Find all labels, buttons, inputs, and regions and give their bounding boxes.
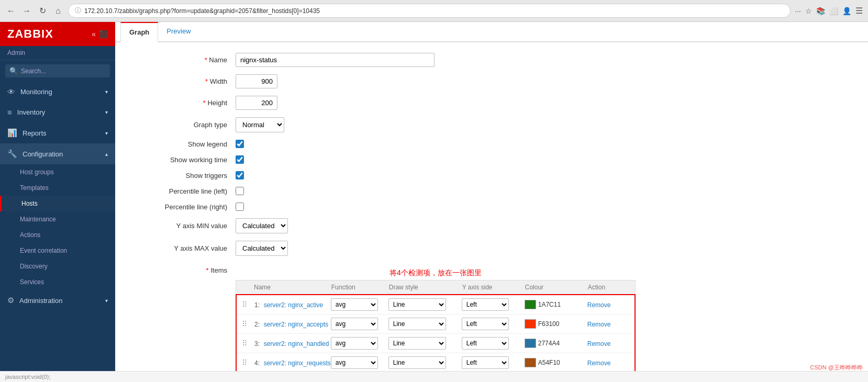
draw-style-select[interactable]: LineFilled region <box>388 318 446 330</box>
sidebar-item-host-groups[interactable]: Host groups <box>0 164 115 180</box>
more-button[interactable]: ··· <box>795 7 801 15</box>
colour-cell: 2774A4 <box>525 339 587 348</box>
height-row: Height <box>131 96 852 110</box>
items-table: ⠿ 1: server2: nginx_active avgminmax <box>236 294 636 371</box>
y-axis-max-row: Y axis MAX value Calculated Fixed Item <box>131 241 852 256</box>
collapse-icon[interactable]: « <box>92 30 96 38</box>
draw-style-select[interactable]: LineFilled region <box>388 298 446 311</box>
sidebar-item-discovery[interactable]: Discovery <box>0 259 115 274</box>
sidebar-item-inventory[interactable]: ≡ Inventory ▾ <box>0 102 115 122</box>
yaxis-col-header: Y axis side <box>462 284 525 291</box>
show-triggers-checkbox[interactable] <box>236 171 244 179</box>
back-button[interactable]: ← <box>5 5 17 17</box>
tab-preview[interactable]: Preview <box>158 22 199 41</box>
action-col-header: Action <box>588 284 630 291</box>
item-link[interactable]: server2: nginx_accepts <box>264 321 328 328</box>
yaxis-select[interactable]: LeftRight <box>462 337 509 350</box>
item-link[interactable]: server2: nginx_handled <box>264 340 329 347</box>
menu-icon[interactable]: ☰ <box>855 6 863 16</box>
sidebar-item-hosts[interactable]: Hosts <box>0 196 115 211</box>
drag-handle[interactable]: ⠿ <box>242 358 254 367</box>
items-label: Items <box>131 263 236 274</box>
status-text: javascript:void(0); <box>5 374 50 380</box>
show-working-time-row: Show working time <box>131 155 852 164</box>
yaxis-cell: LeftRight <box>462 337 525 350</box>
sidebar-item-configuration[interactable]: 🔧 Configuration ▴ <box>0 143 115 164</box>
draw-style-select[interactable]: LineFilled region <box>388 337 446 350</box>
yaxis-cell: LeftRight <box>462 298 525 311</box>
sidebar-item-reports[interactable]: 📊 Reports ▾ <box>0 122 115 143</box>
show-legend-checkbox[interactable] <box>236 140 244 148</box>
search-container[interactable]: 🔍 Search... <box>5 64 110 77</box>
name-input[interactable] <box>236 53 435 67</box>
y-axis-max-select[interactable]: Calculated Fixed Item <box>236 241 288 256</box>
function-select[interactable]: avgminmax <box>331 337 378 350</box>
sidebar-item-services[interactable]: Services <box>0 274 115 290</box>
drag-handle[interactable]: ⠿ <box>242 339 254 347</box>
remove-button[interactable]: Remove <box>587 359 611 367</box>
colour-value[interactable]: F63100 <box>538 320 560 328</box>
colour-value[interactable]: A54F10 <box>538 359 560 366</box>
administration-icon: ⚙ <box>7 296 14 305</box>
action-cell: Remove <box>587 340 629 347</box>
item-number: 2: <box>254 321 260 328</box>
sidebar-item-monitoring[interactable]: 👁 Monitoring ▾ <box>0 82 115 102</box>
colour-cell: 1A7C11 <box>525 300 587 309</box>
sidebar-item-label: Administration <box>19 297 62 305</box>
name-col-header: Name <box>254 284 331 291</box>
item-link[interactable]: server2: nginx_requests <box>264 359 331 367</box>
remove-button[interactable]: Remove <box>587 321 611 328</box>
draw-style-select[interactable]: LineFilled region <box>388 356 446 369</box>
function-cell: avgminmax <box>331 356 388 369</box>
forward-button[interactable]: → <box>21 5 32 17</box>
chevron-up-icon: ▴ <box>105 151 108 157</box>
sidebar-item-administration[interactable]: ⚙ Administration ▾ <box>0 290 115 311</box>
function-select[interactable]: avgminmax <box>331 298 378 311</box>
sidebar-item-templates[interactable]: Templates <box>0 180 115 196</box>
home-button[interactable]: ⌂ <box>52 5 64 17</box>
show-legend-row: Show legend <box>131 140 852 148</box>
graph-type-select[interactable]: Normal Stacked Pie Exploded <box>236 117 284 132</box>
drag-handle[interactable]: ⠿ <box>242 320 254 328</box>
show-working-time-label: Show working time <box>131 156 236 164</box>
colour-value[interactable]: 1A7C11 <box>538 301 561 308</box>
action-cell: Remove <box>587 320 629 328</box>
drag-handle[interactable]: ⠿ <box>242 300 254 309</box>
tab-graph[interactable]: Graph <box>120 22 158 42</box>
show-working-time-checkbox[interactable] <box>236 155 244 164</box>
function-select[interactable]: avgminmax <box>331 356 378 369</box>
item-name-cell: 1: server2: nginx_active <box>254 301 331 309</box>
colour-swatch[interactable] <box>525 300 536 309</box>
yaxis-select[interactable]: LeftRight <box>462 356 509 369</box>
remove-button[interactable]: Remove <box>587 340 611 347</box>
width-input[interactable] <box>236 74 277 88</box>
remove-button[interactable]: Remove <box>587 301 611 309</box>
colour-swatch[interactable] <box>525 358 536 367</box>
sidebar-item-event-correlation[interactable]: Event correlation <box>0 243 115 259</box>
bookmark-icon[interactable]: ☆ <box>805 7 812 15</box>
sidebar: ZABBIX « ⬛ Admin 🔍 Search... 👁 Monitorin… <box>0 22 115 371</box>
colour-swatch[interactable] <box>525 319 536 329</box>
reload-button[interactable]: ↻ <box>37 5 48 17</box>
sidebar-item-actions[interactable]: Actions <box>0 227 115 243</box>
item-link[interactable]: server2: nginx_active <box>264 301 323 309</box>
address-bar[interactable]: ⓘ 172.20.10.7/zabbix/graphs.php?form=upd… <box>68 4 791 18</box>
item-number: 3: <box>254 340 260 347</box>
expand-icon[interactable]: ⬛ <box>99 30 108 38</box>
yaxis-select[interactable]: LeftRight <box>462 298 509 311</box>
chevron-down-icon: ▾ <box>105 89 108 95</box>
function-select[interactable]: avgminmax <box>331 318 378 330</box>
table-row: ⠿ 2: server2: nginx_accepts avgminmax <box>237 314 635 334</box>
sidebar-item-maintenance[interactable]: Maintenance <box>0 211 115 227</box>
percentile-right-checkbox[interactable] <box>236 203 244 211</box>
colour-swatch[interactable] <box>525 339 536 348</box>
search-icon: 🔍 <box>9 67 18 75</box>
yaxis-select[interactable]: LeftRight <box>462 318 509 330</box>
height-input[interactable] <box>236 96 277 110</box>
colour-value[interactable]: 2774A4 <box>538 340 560 347</box>
percentile-left-checkbox[interactable] <box>236 187 244 195</box>
logo-area: ZABBIX « ⬛ <box>0 22 115 46</box>
y-axis-min-select[interactable]: Calculated Fixed Item <box>236 218 288 233</box>
sidebar-item-label: Inventory <box>17 108 45 116</box>
profile-icon: 👤 <box>842 7 851 15</box>
